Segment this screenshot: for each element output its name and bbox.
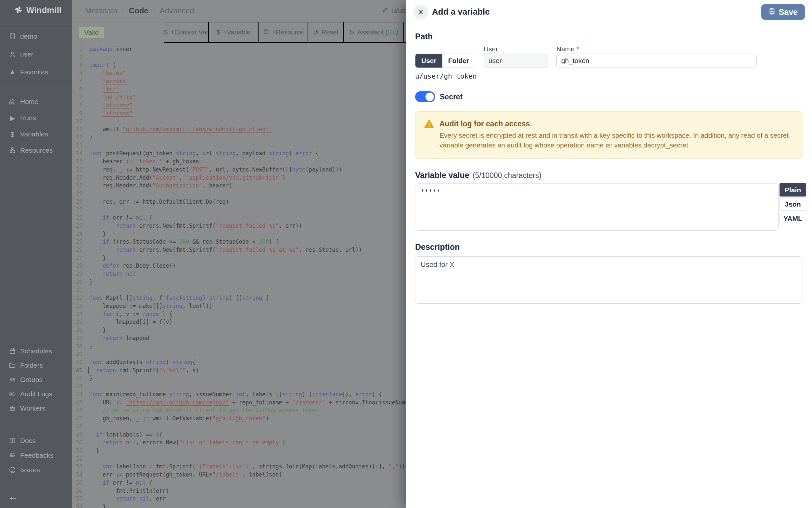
sidebar-item-label: Schedules <box>20 347 52 355</box>
code-text: err := postRequest(gh_token, URL+"/label… <box>89 471 282 479</box>
reset-button[interactable]: ↺Reset <box>308 22 344 43</box>
line-number: 25 <box>72 238 83 246</box>
line-number: 1 <box>72 45 83 53</box>
line-number: 41 <box>72 366 83 375</box>
warning-body: Every secret is encrypted at rest and in… <box>439 131 793 150</box>
sidebar-item-issues[interactable]: Issues <box>0 464 72 476</box>
line-number: 55 <box>72 479 83 487</box>
assistant-go-button[interactable]: ↻Assistant (Go) <box>344 22 404 43</box>
line-number: 47 <box>72 415 83 423</box>
owner-option-folder[interactable]: Folder <box>442 54 475 68</box>
sidebar-item-label: user <box>20 50 34 58</box>
code-text: import ( <box>89 61 116 69</box>
robot-icon <box>8 405 16 412</box>
+resource-button[interactable]: +Resource <box>259 22 308 43</box>
sidebar-item-audit-logs[interactable]: Audit Logs <box>0 387 72 400</box>
sidebar-item-resources[interactable]: Resources <box>0 143 72 158</box>
line-number: 7 <box>72 93 83 101</box>
code-text: gh_token, _ := wmill.GetVariable("g/all/… <box>89 415 269 423</box>
sidebar-item-folders[interactable]: Folders <box>0 359 72 372</box>
sidebar-item-variables[interactable]: $Variables <box>0 127 72 141</box>
save-button[interactable]: Save <box>761 4 805 20</box>
code-line: 50 return nil, errors.New("list of label… <box>72 438 406 447</box>
name-field: Name * <box>556 45 757 68</box>
name-field-label: Name * <box>556 45 757 54</box>
code-line: 30} <box>72 278 406 286</box>
tab-code[interactable]: Code <box>129 6 148 15</box>
drawer-header: × Add a variable Save <box>406 0 812 24</box>
sidebar-item-groups[interactable]: Groups <box>0 373 72 386</box>
code-text: } <box>89 503 106 508</box>
sidebar-item-label: Runs <box>20 114 36 122</box>
format-plain-button[interactable]: Plain <box>779 183 806 197</box>
line-number: 24 <box>72 230 83 238</box>
owner-input[interactable] <box>484 54 548 68</box>
sidebar-item-feedbacks[interactable]: Feedbacks <box>0 449 72 462</box>
owner-option-user[interactable]: User <box>416 54 442 68</box>
sidebar-item-home[interactable]: Home <box>0 94 72 109</box>
line-number: 40 <box>72 358 83 366</box>
code-text: bearer := "token " + gh_token <box>89 158 199 166</box>
line-number: 22 <box>72 214 83 222</box>
code-text: return nil, err <box>89 495 166 503</box>
line-number: 32 <box>72 294 83 302</box>
code-text: "errors" <box>89 77 129 85</box>
name-input[interactable] <box>556 54 757 68</box>
code-line: 2 <box>72 53 406 61</box>
line-number: 51 <box>72 447 83 455</box>
line-number: 31 <box>72 286 83 294</box>
line-number: 4 <box>72 69 83 77</box>
description-heading: Description <box>415 242 803 252</box>
line-number: 27 <box>72 254 83 262</box>
line-number: 11 <box>72 125 83 133</box>
sidebar-item-schedules[interactable]: Schedules <box>0 345 72 357</box>
line-number: 35 <box>72 318 83 326</box>
line-number: 53 <box>72 463 83 471</box>
floppy-icon <box>768 7 776 17</box>
code-text: } <box>89 374 93 382</box>
code-line: 9 "strings" <box>72 110 406 118</box>
code-text: } <box>89 278 93 286</box>
sidebar-item-docs[interactable]: Docs <box>0 434 72 447</box>
code-text: func Map(l []string, f func(string) stri… <box>89 294 269 302</box>
sidebar-item-favorites[interactable]: ★Favorites <box>0 65 72 79</box>
secret-toggle[interactable] <box>415 91 435 102</box>
sidebar-item-workers[interactable]: Workers <box>0 402 72 415</box>
sidebar-item-user[interactable]: user <box>0 47 72 61</box>
app-logo[interactable]: Windmill <box>15 5 61 15</box>
+context-var-button[interactable]: $+Context Var <box>164 22 209 43</box>
tab-metadata[interactable]: Metadata <box>85 6 118 15</box>
sidebar-item-label: Docs <box>20 437 36 444</box>
line-number: 56 <box>72 487 83 495</box>
format-json-button[interactable]: Json <box>779 198 806 211</box>
line-number: 8 <box>72 101 83 110</box>
sidebar-item-demo[interactable]: demo <box>0 29 72 44</box>
sidebar-item-runs[interactable]: ▶Runs <box>0 111 72 125</box>
variable-value-textarea[interactable]: ***** <box>415 183 778 230</box>
tab-advanced[interactable]: Advanced <box>160 6 194 15</box>
code-line: 32func Map(l []string, f func(string) st… <box>72 294 406 302</box>
code-text: "strconv" <box>89 101 132 110</box>
code-line: 57 return nil, err <box>72 495 406 503</box>
line-number: 10 <box>72 117 83 125</box>
required-mark: * <box>576 45 579 53</box>
line-number: 17 <box>72 174 83 182</box>
line-number: 36 <box>72 326 83 334</box>
description-textarea[interactable]: Used for X <box>415 256 803 304</box>
code-editor[interactable]: 1package inner23import (4 "bytes"5 "erro… <box>72 44 406 508</box>
calendar-icon <box>8 347 16 355</box>
script-path[interactable]: u/us <box>382 0 406 22</box>
code-line: 17 req.Header.Add("Accept", "application… <box>72 174 406 182</box>
line-number: 26 <box>72 246 83 254</box>
code-text: req, _ := http.NewRequest("POST", url, b… <box>89 166 342 174</box>
format-yaml-button[interactable]: YAML <box>779 212 806 225</box>
line-number: 3 <box>72 61 83 69</box>
code-line: 36 } <box>72 326 406 334</box>
path-section-heading: Path <box>415 32 803 41</box>
sidebar-item-label: demo <box>20 33 37 40</box>
code-line: 12) <box>72 133 406 142</box>
+variable-button[interactable]: $+Variable <box>209 22 259 43</box>
toggle-knob <box>426 93 434 101</box>
collapse-sidebar-button[interactable]: ← <box>8 489 18 504</box>
close-button[interactable]: × <box>413 5 428 19</box>
